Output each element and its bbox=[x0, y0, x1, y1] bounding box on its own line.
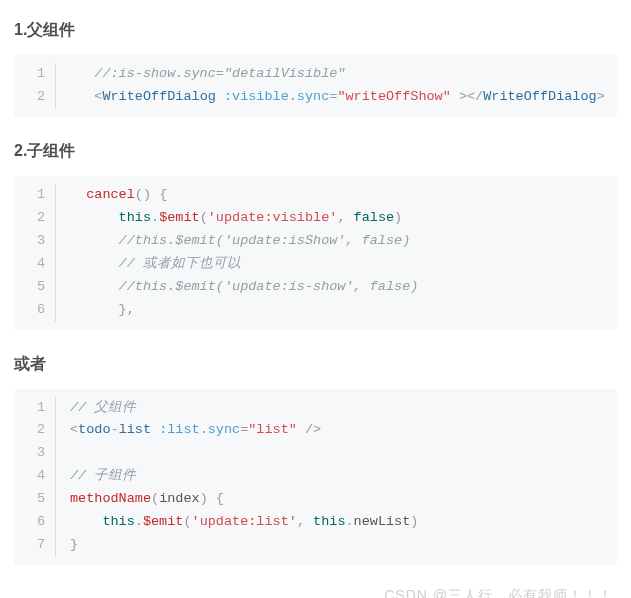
line-number: 5 bbox=[14, 488, 56, 511]
line-number: 7 bbox=[14, 534, 56, 557]
code-line: 3 //this.$emit('update:isShow', false) bbox=[14, 230, 617, 253]
code-line: 5methodName(index) { bbox=[14, 488, 617, 511]
code-content bbox=[70, 442, 78, 465]
line-number: 3 bbox=[14, 442, 56, 465]
code-line: 1 //:is-show.sync="detailVisible" bbox=[14, 63, 617, 86]
line-number: 5 bbox=[14, 276, 56, 299]
code-line: 6 this.$emit('update:list', this.newList… bbox=[14, 511, 617, 534]
code-line: 5 //this.$emit('update:is-show', false) bbox=[14, 276, 617, 299]
line-number: 1 bbox=[14, 184, 56, 207]
code-line: 2 this.$emit('update:visible', false) bbox=[14, 207, 617, 230]
line-number: 6 bbox=[14, 299, 56, 322]
code-line: 1 cancel() { bbox=[14, 184, 617, 207]
code-line: 2 <WriteOffDialog :visible.sync="writeOf… bbox=[14, 86, 617, 109]
section2-heading: 2.子组件 bbox=[14, 141, 617, 162]
code-line: 4 // 或者如下也可以 bbox=[14, 253, 617, 276]
code-content: } bbox=[70, 534, 78, 557]
code-content: //:is-show.sync="detailVisible" bbox=[70, 63, 345, 86]
code-line: 2<todo-list :list.sync="list" /> bbox=[14, 419, 617, 442]
code-content: cancel() { bbox=[70, 184, 167, 207]
code-content: // 或者如下也可以 bbox=[70, 253, 241, 276]
code-content: <todo-list :list.sync="list" /> bbox=[70, 419, 321, 442]
code-content: //this.$emit('update:isShow', false) bbox=[70, 230, 410, 253]
code-line: 1// 父组件 bbox=[14, 397, 617, 420]
code-line: 7} bbox=[14, 534, 617, 557]
codeblock-2: 1 cancel() {2 this.$emit('update:visible… bbox=[14, 176, 617, 330]
line-number: 2 bbox=[14, 419, 56, 442]
codeblock-3: 1// 父组件2<todo-list :list.sync="list" />3… bbox=[14, 389, 617, 566]
code-content: //this.$emit('update:is-show', false) bbox=[70, 276, 418, 299]
code-content: <WriteOffDialog :visible.sync="writeOffS… bbox=[70, 86, 605, 109]
line-number: 6 bbox=[14, 511, 56, 534]
code-line: 3 bbox=[14, 442, 617, 465]
codeblock-1: 1 //:is-show.sync="detailVisible"2 <Writ… bbox=[14, 55, 617, 117]
line-number: 4 bbox=[14, 253, 56, 276]
code-content: this.$emit('update:list', this.newList) bbox=[70, 511, 418, 534]
code-content: }, bbox=[70, 299, 135, 322]
code-line: 6 }, bbox=[14, 299, 617, 322]
code-content: // 子组件 bbox=[70, 465, 136, 488]
line-number: 1 bbox=[14, 397, 56, 420]
code-line: 4// 子组件 bbox=[14, 465, 617, 488]
code-content: // 父组件 bbox=[70, 397, 136, 420]
line-number: 3 bbox=[14, 230, 56, 253]
line-number: 2 bbox=[14, 86, 56, 109]
section1-heading: 1.父组件 bbox=[14, 20, 617, 41]
line-number: 2 bbox=[14, 207, 56, 230]
line-number: 4 bbox=[14, 465, 56, 488]
code-content: this.$emit('update:visible', false) bbox=[70, 207, 402, 230]
line-number: 1 bbox=[14, 63, 56, 86]
watermark-text: CSDN @三人行，必有我师！！！ bbox=[384, 587, 613, 598]
code-content: methodName(index) { bbox=[70, 488, 224, 511]
section3-heading: 或者 bbox=[14, 354, 617, 375]
